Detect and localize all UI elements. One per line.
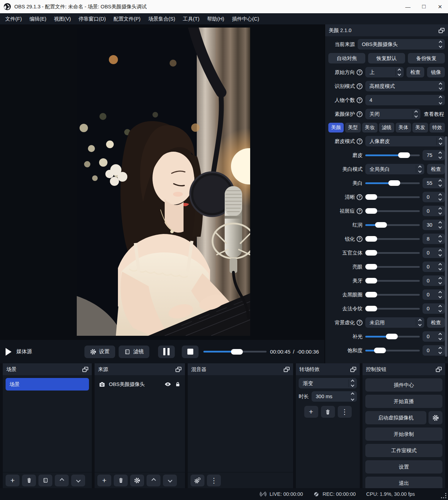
maximize-button[interactable]: □ — [416, 0, 432, 13]
help-icon[interactable] — [357, 208, 363, 214]
menu-item-view[interactable]: 视图(V) — [50, 13, 75, 24]
slider-whiten-value[interactable]: 55 — [423, 178, 445, 188]
slider-acne[interactable] — [365, 206, 420, 216]
help-icon[interactable] — [357, 83, 363, 89]
bg-blur-check-button[interactable]: 检查 — [427, 317, 445, 328]
settings-button[interactable]: 设置 — [365, 460, 442, 474]
slider-nasolabial-value[interactable]: 0 — [423, 303, 445, 314]
source-properties-button[interactable] — [130, 475, 144, 486]
slider-clarity[interactable] — [365, 192, 420, 202]
whiten-mode-select[interactable]: 全局美白 — [365, 164, 424, 174]
whiten-check-button[interactable]: 检查 — [427, 164, 445, 174]
orientation-check-button[interactable]: 检查 — [406, 67, 424, 77]
slider-whiten[interactable] — [365, 178, 420, 188]
tab-makeup[interactable]: 美妆 — [362, 123, 378, 132]
slider-nasolabial[interactable] — [365, 303, 420, 314]
remove-source-button[interactable] — [114, 475, 128, 486]
smooth-mode-select[interactable]: 人像磨皮 — [365, 136, 445, 146]
remove-scene-button[interactable] — [22, 475, 36, 486]
move-scene-down-button[interactable] — [71, 475, 85, 486]
slider-teeth[interactable] — [365, 275, 420, 286]
bg-blur-select[interactable]: 未启用 — [365, 317, 424, 328]
media-filters-button[interactable]: 滤镜 — [119, 346, 149, 358]
slider-rosy[interactable] — [365, 220, 420, 230]
start-virtual-camera-button[interactable]: 启动虚拟摄像机 — [365, 411, 426, 424]
slider-bright-eye[interactable] — [365, 262, 420, 272]
slider-smooth[interactable] — [365, 150, 420, 160]
help-icon[interactable] — [357, 194, 363, 200]
menu-item-profile[interactable]: 配置文件(P) — [110, 13, 144, 24]
virtual-camera-settings-button[interactable] — [428, 411, 442, 424]
menu-item-plugin-center[interactable]: 插件中心(C) — [228, 13, 263, 24]
move-source-down-button[interactable] — [163, 475, 177, 486]
person-count-spinner[interactable]: 4 — [365, 95, 445, 105]
view-tutorial-link[interactable]: 查看教程 — [423, 111, 445, 118]
resize-grip[interactable] — [441, 493, 446, 498]
remove-transition-button[interactable] — [321, 406, 335, 418]
slider-fill-light-value[interactable]: 0 — [423, 331, 445, 342]
menu-item-help[interactable]: 帮助(H) — [203, 13, 228, 24]
scrollbar-thumb[interactable] — [445, 136, 447, 357]
exit-button[interactable]: 退出 — [365, 477, 442, 488]
help-icon[interactable] — [357, 138, 363, 144]
tab-hair[interactable]: 美发 — [412, 123, 428, 132]
lock-icon[interactable] — [175, 381, 181, 388]
add-scene-button[interactable]: + — [6, 475, 20, 486]
add-source-button[interactable]: + — [97, 475, 111, 486]
tab-body[interactable]: 美体 — [396, 123, 411, 132]
help-icon[interactable] — [357, 69, 363, 75]
popout-dock-icon[interactable] — [82, 367, 88, 372]
slider-smooth-value[interactable]: 75 — [423, 150, 445, 160]
slider-saturation[interactable] — [365, 345, 420, 356]
current-source-select[interactable]: OBS美颜摄像头 — [358, 39, 445, 50]
tab-effects[interactable]: 特效 — [430, 123, 445, 132]
backup-restore-button[interactable]: 备份恢复 — [408, 53, 445, 63]
slider-teeth-value[interactable]: 0 — [423, 275, 445, 286]
slider-face3d-value[interactable]: 0 — [423, 248, 445, 258]
close-button[interactable]: × — [432, 0, 448, 13]
media-pause-button[interactable] — [158, 346, 175, 358]
media-progress-slider[interactable] — [203, 347, 267, 357]
help-icon[interactable] — [357, 111, 363, 117]
autofocus-button[interactable]: 自动对焦 — [328, 53, 365, 63]
start-streaming-button[interactable]: 开始直播 — [365, 395, 442, 408]
popout-dock-icon[interactable] — [176, 367, 181, 372]
orientation-select[interactable]: 上 — [365, 67, 404, 77]
menu-item-scene-collection[interactable]: 场景集合(S) — [144, 13, 179, 24]
transition-menu-button[interactable]: ⋮ — [338, 406, 352, 418]
media-stop-button[interactable] — [182, 346, 199, 358]
move-source-up-button[interactable] — [147, 475, 160, 486]
menu-item-tools[interactable]: 工具(T) — [179, 13, 203, 24]
menu-item-file[interactable]: 文件(F) — [1, 13, 26, 24]
recognition-mode-select[interactable]: 高精度模式 — [365, 81, 445, 91]
slider-face3d[interactable] — [365, 248, 420, 258]
transition-select[interactable]: 渐变 — [299, 378, 357, 388]
slider-bright-eye-value[interactable]: 0 — [423, 262, 445, 272]
menu-item-edit[interactable]: 编辑(E) — [26, 13, 50, 24]
scene-filters-button[interactable] — [38, 475, 52, 486]
plugin-center-button[interactable]: 插件中心 — [365, 378, 442, 392]
duration-spinner[interactable]: 300 ms — [312, 391, 357, 402]
start-recording-button[interactable]: 开始录制 — [365, 427, 442, 441]
tab-reshape[interactable]: 美型 — [345, 123, 360, 132]
minimize-button[interactable]: — — [400, 0, 416, 13]
beauty-scrollbar[interactable] — [445, 135, 447, 361]
menu-item-docks[interactable]: 停靠窗口(D) — [75, 13, 110, 24]
help-icon[interactable] — [357, 97, 363, 103]
popout-dock-icon[interactable] — [350, 367, 356, 372]
slider-sharpen[interactable] — [365, 234, 420, 244]
help-icon[interactable] — [357, 236, 363, 242]
slider-dark-circle[interactable] — [365, 289, 420, 300]
studio-mode-button[interactable]: 工作室模式 — [365, 444, 442, 457]
slider-dark-circle-value[interactable]: 0 — [423, 289, 445, 300]
slider-acne-value[interactable]: 0 — [423, 206, 445, 216]
eye-visibility-icon[interactable] — [164, 381, 171, 388]
media-settings-button[interactable]: 设置 — [84, 346, 115, 358]
makeup-protect-select[interactable]: 关闭 — [365, 109, 420, 119]
slider-rosy-value[interactable]: 30 — [423, 220, 445, 230]
mixer-menu-button[interactable]: ⋮ — [207, 475, 221, 486]
add-transition-button[interactable]: + — [304, 406, 318, 418]
slider-saturation-value[interactable]: 0 — [423, 345, 445, 356]
popout-dock-icon[interactable] — [284, 367, 290, 372]
source-list-item[interactable]: OBS美颜摄像头 — [97, 378, 182, 391]
